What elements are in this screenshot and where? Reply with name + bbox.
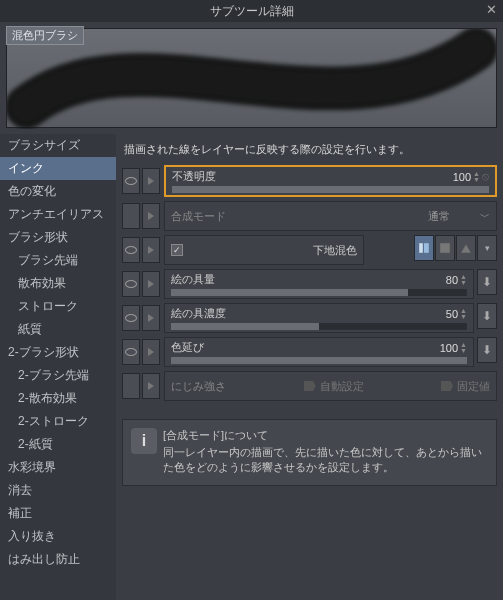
sidebar-item[interactable]: 補正 bbox=[0, 502, 116, 525]
sidebar-item[interactable]: 色の変化 bbox=[0, 180, 116, 203]
mix-mode-1[interactable] bbox=[414, 235, 434, 261]
category-description: 描画された線をレイヤーに反映する際の設定を行います。 bbox=[122, 138, 497, 165]
sidebar-item[interactable]: 水彩境界 bbox=[0, 456, 116, 479]
paint-amount-slider[interactable] bbox=[171, 289, 467, 296]
dynamics-icon[interactable] bbox=[142, 203, 160, 229]
sidebar-item[interactable]: 消去 bbox=[0, 479, 116, 502]
mix-mode-dropdown[interactable]: ▾ bbox=[477, 235, 497, 261]
dynamics-icon[interactable] bbox=[142, 168, 160, 194]
window-title: サブツール詳細 bbox=[210, 3, 294, 20]
eye-icon[interactable] bbox=[122, 203, 140, 229]
paint-density-label: 絵の具濃度 bbox=[171, 306, 226, 321]
sidebar-item[interactable]: ブラシ先端 bbox=[0, 249, 116, 272]
svg-rect-2 bbox=[440, 243, 450, 253]
opacity-slider[interactable] bbox=[172, 186, 489, 193]
mix-field[interactable]: ✓ 下地混色 bbox=[164, 235, 364, 265]
nijimi-fixed-tag[interactable]: 固定値 bbox=[441, 379, 490, 394]
opacity-label: 不透明度 bbox=[172, 169, 216, 184]
nijimi-label: にじみ強さ bbox=[171, 379, 226, 394]
sidebar-item[interactable]: 入り抜き bbox=[0, 525, 116, 548]
download-icon[interactable]: ⬇ bbox=[477, 337, 497, 363]
mix-mode-icons: ▾ bbox=[414, 235, 497, 265]
dynamics-icon[interactable] bbox=[142, 373, 160, 399]
download-icon[interactable]: ⬇ bbox=[477, 303, 497, 329]
eye-icon[interactable] bbox=[122, 305, 140, 331]
mix-mode-3[interactable] bbox=[456, 235, 476, 261]
mix-checkbox[interactable]: ✓ bbox=[171, 244, 183, 256]
nijimi-auto-tag[interactable]: 自動設定 bbox=[304, 379, 364, 394]
info-body: 同一レイヤー内の描画で、先に描いた色に対して、あとから描いた色をどのように影響さ… bbox=[163, 445, 488, 475]
eye-icon[interactable] bbox=[122, 373, 140, 399]
color-stretch-value: 100 bbox=[440, 342, 458, 354]
stepper-icon[interactable]: ▲▼ bbox=[473, 171, 480, 183]
titlebar: サブツール詳細 ✕ bbox=[0, 0, 503, 22]
paint-density-slider[interactable] bbox=[171, 323, 467, 330]
color-stretch-slider[interactable] bbox=[171, 357, 467, 364]
close-icon[interactable]: ✕ bbox=[486, 2, 497, 17]
eye-icon[interactable] bbox=[122, 339, 140, 365]
paint-amount-label: 絵の具量 bbox=[171, 272, 215, 287]
info-title: [合成モード]について bbox=[163, 428, 488, 443]
paint-density-value: 50 bbox=[446, 308, 458, 320]
brush-name-tag: 混色円ブラシ bbox=[6, 26, 84, 45]
stepper-icon[interactable]: ▲▼ bbox=[460, 342, 467, 354]
sidebar-item[interactable]: はみ出し防止 bbox=[0, 548, 116, 571]
mix-mode-2[interactable] bbox=[435, 235, 455, 261]
sidebar-item[interactable]: インク bbox=[0, 157, 116, 180]
sidebar-item[interactable]: ブラシ形状 bbox=[0, 226, 116, 249]
paint-density-field[interactable]: 絵の具濃度 50 ▲▼ bbox=[164, 303, 474, 333]
paint-amount-field[interactable]: 絵の具量 80 ▲▼ bbox=[164, 269, 474, 299]
sidebar-item[interactable]: 散布効果 bbox=[0, 272, 116, 295]
opacity-value: 100 bbox=[453, 171, 471, 183]
info-box: i [合成モード]について 同一レイヤー内の描画で、先に描いた色に対して、あとか… bbox=[122, 419, 497, 486]
content-panel: 描画された線をレイヤーに反映する際の設定を行います。 不透明度 100 ▲▼ ⦸ bbox=[116, 134, 503, 600]
dynamics-icon[interactable] bbox=[142, 305, 160, 331]
sidebar-item[interactable]: 2-ブラシ先端 bbox=[0, 364, 116, 387]
category-sidebar: ブラシサイズインク色の変化アンチエイリアスブラシ形状ブラシ先端散布効果ストローク… bbox=[0, 134, 116, 600]
svg-rect-1 bbox=[424, 243, 429, 253]
nijimi-field: にじみ強さ 自動設定 固定値 bbox=[164, 371, 497, 401]
sidebar-item[interactable]: 紙質 bbox=[0, 318, 116, 341]
link-icon[interactable]: ⦸ bbox=[482, 170, 489, 183]
chevron-down-icon: ﹀ bbox=[480, 210, 490, 224]
dynamics-icon[interactable] bbox=[142, 271, 160, 297]
stepper-icon[interactable]: ▲▼ bbox=[460, 274, 467, 286]
sidebar-item[interactable]: ストローク bbox=[0, 295, 116, 318]
color-stretch-field[interactable]: 色延び 100 ▲▼ bbox=[164, 337, 474, 367]
download-icon[interactable]: ⬇ bbox=[477, 269, 497, 295]
color-stretch-label: 色延び bbox=[171, 340, 204, 355]
blend-mode-field[interactable]: 合成モード 通常 ﹀ bbox=[164, 201, 497, 231]
sidebar-item[interactable]: アンチエイリアス bbox=[0, 203, 116, 226]
eye-icon[interactable] bbox=[122, 237, 140, 263]
opacity-field[interactable]: 不透明度 100 ▲▼ ⦸ bbox=[164, 165, 497, 197]
sidebar-item[interactable]: 2-ストローク bbox=[0, 410, 116, 433]
blend-value: 通常 bbox=[428, 209, 450, 224]
eye-icon[interactable] bbox=[122, 271, 140, 297]
sidebar-item[interactable]: 2-散布効果 bbox=[0, 387, 116, 410]
dynamics-icon[interactable] bbox=[142, 237, 160, 263]
eye-icon[interactable] bbox=[122, 168, 140, 194]
blend-label: 合成モード bbox=[171, 209, 226, 224]
sidebar-item[interactable]: ブラシサイズ bbox=[0, 134, 116, 157]
paint-amount-value: 80 bbox=[446, 274, 458, 286]
mix-label: 下地混色 bbox=[313, 243, 357, 258]
info-icon: i bbox=[131, 428, 157, 454]
stepper-icon[interactable]: ▲▼ bbox=[460, 308, 467, 320]
dynamics-icon[interactable] bbox=[142, 339, 160, 365]
sidebar-item[interactable]: 2-紙質 bbox=[0, 433, 116, 456]
svg-rect-0 bbox=[419, 243, 423, 253]
sidebar-item[interactable]: 2-ブラシ形状 bbox=[0, 341, 116, 364]
